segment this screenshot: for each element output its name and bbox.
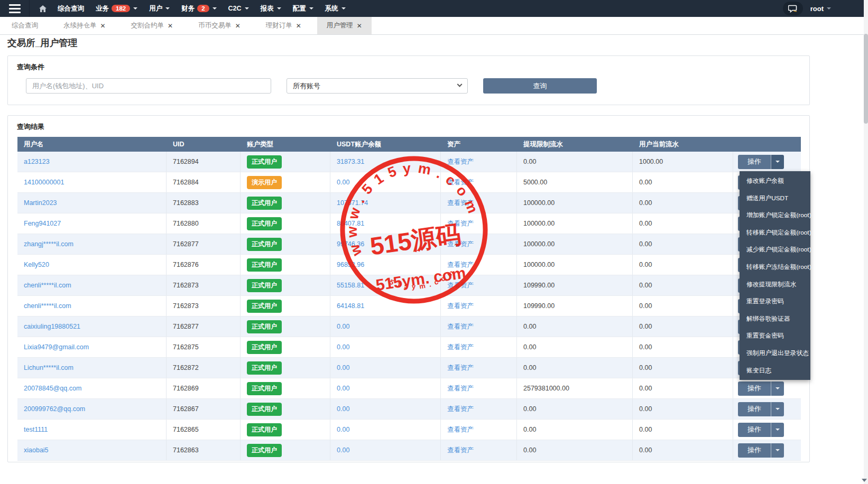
action-split-button[interactable]: 操作 (738, 443, 784, 458)
view-assets-link[interactable]: 查看资产 (447, 240, 474, 249)
action-caret-button[interactable] (771, 381, 784, 396)
action-caret-button[interactable] (771, 443, 784, 458)
username-link[interactable]: Feng941027 (24, 220, 61, 227)
view-assets-link[interactable]: 查看资产 (447, 199, 474, 208)
action-menu-item[interactable]: 减少账户锁定金额(root) (740, 241, 810, 258)
view-assets-link[interactable]: 查看资产 (447, 260, 474, 269)
tab-close-icon[interactable]: ✕ (357, 23, 362, 29)
username-link[interactable]: chenli*****il.com (24, 282, 71, 289)
action-menu-item[interactable]: 解绑谷歌验证器 (740, 310, 810, 328)
view-assets-link[interactable]: 查看资产 (447, 405, 474, 414)
username-link[interactable]: Kelly520 (24, 261, 49, 268)
username-link[interactable]: caixiuling19880521 (24, 323, 80, 330)
username-link[interactable]: a123123 (24, 158, 50, 165)
username-link[interactable]: 200999762@qq.com (24, 405, 85, 413)
action-menu-item[interactable]: 转移账户冻结金额(root) (740, 258, 810, 276)
username-link[interactable]: test1111 (24, 426, 48, 433)
view-assets-link[interactable]: 查看资产 (447, 281, 474, 290)
menu-toggle-button[interactable] (0, 0, 30, 17)
nav-menu-item[interactable]: 财务 2 (176, 0, 222, 17)
tab[interactable]: 永续持仓单 ✕ (54, 17, 115, 34)
scroll-down-arrow-icon[interactable] (862, 479, 867, 482)
view-assets-link[interactable]: 查看资产 (447, 425, 474, 434)
usdt-balance-link[interactable]: 99746.36 (337, 240, 364, 248)
action-menu-item[interactable]: 转移账户锁定金额(root) (740, 224, 810, 241)
home-icon[interactable] (39, 5, 47, 12)
action-menu-item[interactable]: 修改提现限制流水 (740, 276, 810, 293)
scrollbar-thumb[interactable] (864, 34, 868, 124)
user-menu[interactable]: root (810, 5, 831, 13)
nav-menu-item[interactable]: 系统 (319, 0, 352, 17)
view-assets-link[interactable]: 查看资产 (447, 219, 474, 228)
username-link[interactable]: 14100000001 (24, 179, 64, 186)
usdt-balance-link[interactable]: 64148.81 (337, 302, 364, 310)
username-link[interactable]: chenli*****il.com (24, 302, 71, 310)
nav-menu-item[interactable]: 配置 (287, 0, 319, 17)
tab[interactable]: 币币交易单 ✕ (189, 17, 250, 34)
usdt-balance-link[interactable]: 107871.74 (337, 199, 368, 207)
usdt-balance-link[interactable]: 0.00 (337, 426, 349, 433)
usdt-balance-link[interactable]: 0.00 (337, 405, 349, 413)
view-assets-link[interactable]: 查看资产 (447, 157, 474, 166)
username-link[interactable]: xiaobai5 (24, 446, 49, 454)
action-menu-item[interactable]: 强制用户退出登录状态 (740, 345, 810, 362)
usdt-balance-link[interactable]: 31873.31 (337, 158, 364, 165)
action-button[interactable]: 操作 (738, 402, 771, 416)
username-link[interactable]: Lixia9479@gmail.com (24, 343, 89, 351)
search-input[interactable] (26, 78, 271, 94)
tab[interactable]: 交割合约单 ✕ (122, 17, 183, 34)
action-split-button[interactable]: 操作 (738, 155, 784, 169)
action-menu-item[interactable]: 增加账户锁定金额(root) (740, 207, 810, 224)
view-assets-link[interactable]: 查看资产 (447, 364, 474, 373)
nav-menu-item[interactable]: C2C (223, 0, 255, 17)
action-button[interactable]: 操作 (738, 443, 771, 458)
vertical-scrollbar[interactable] (864, 0, 868, 484)
nav-menu-item[interactable]: 业务 182 (90, 0, 143, 17)
username-link[interactable]: 20078845@qq.com (24, 385, 81, 392)
usdt-balance-link[interactable]: 0.00 (337, 343, 349, 351)
action-button[interactable]: 操作 (738, 423, 771, 437)
view-assets-link[interactable]: 查看资产 (447, 302, 474, 311)
action-menu-item[interactable]: 修改账户余额 (740, 172, 810, 190)
action-caret-button[interactable] (771, 402, 784, 416)
view-assets-link[interactable]: 查看资产 (447, 322, 474, 331)
tab-close-icon[interactable]: ✕ (296, 23, 301, 29)
action-split-button[interactable]: 操作 (738, 381, 784, 396)
account-type-select[interactable]: 所有账号 (287, 78, 468, 94)
usdt-balance-link[interactable]: 55158.81 (337, 282, 364, 289)
usdt-balance-link[interactable]: 0.00 (337, 385, 349, 392)
nav-menu-item[interactable]: 用户 (143, 0, 176, 17)
tab-close-icon[interactable]: ✕ (235, 23, 241, 29)
action-split-button[interactable]: 操作 (738, 423, 784, 437)
view-assets-link[interactable]: 查看资产 (447, 446, 474, 455)
tab-close-icon[interactable]: ✕ (100, 23, 106, 29)
tab[interactable]: 综合查询 (2, 17, 48, 34)
search-button[interactable]: 查询 (483, 78, 597, 94)
view-assets-link[interactable]: 查看资产 (447, 178, 474, 187)
action-button[interactable]: 操作 (738, 381, 771, 396)
view-assets-link[interactable]: 查看资产 (447, 343, 474, 352)
action-caret-button[interactable] (771, 423, 784, 437)
usdt-balance-link[interactable]: 0.00 (337, 446, 349, 454)
usdt-balance-link[interactable]: 0.00 (337, 323, 349, 330)
usdt-balance-link[interactable]: 0.00 (337, 179, 349, 186)
username-link[interactable]: Lichun*****il.com (24, 364, 73, 371)
view-assets-link[interactable]: 查看资产 (447, 384, 474, 393)
tab[interactable]: 用户管理 ✕ (317, 17, 372, 34)
action-menu-item[interactable]: 赠送用户USDT (740, 190, 810, 207)
usdt-balance-link[interactable]: 86407.81 (337, 220, 364, 227)
messages-button[interactable] (783, 2, 803, 15)
action-menu-item[interactable]: 账变日志 (740, 362, 810, 379)
action-button[interactable]: 操作 (738, 155, 771, 169)
tab[interactable]: 理财订单 ✕ (256, 17, 311, 34)
username-link[interactable]: zhangj*****il.com (24, 240, 73, 248)
nav-menu-item[interactable]: 综合查询 (52, 0, 90, 17)
username-link[interactable]: Martin2023 (24, 199, 57, 207)
action-split-button[interactable]: 操作 (738, 402, 784, 416)
usdt-balance-link[interactable]: 0.00 (337, 364, 349, 371)
action-caret-button[interactable] (771, 155, 784, 169)
usdt-balance-link[interactable]: 96852.96 (337, 261, 364, 268)
tab-close-icon[interactable]: ✕ (168, 23, 173, 29)
action-menu-item[interactable]: 重置登录密码 (740, 293, 810, 310)
nav-menu-item[interactable]: 报表 (255, 0, 287, 17)
